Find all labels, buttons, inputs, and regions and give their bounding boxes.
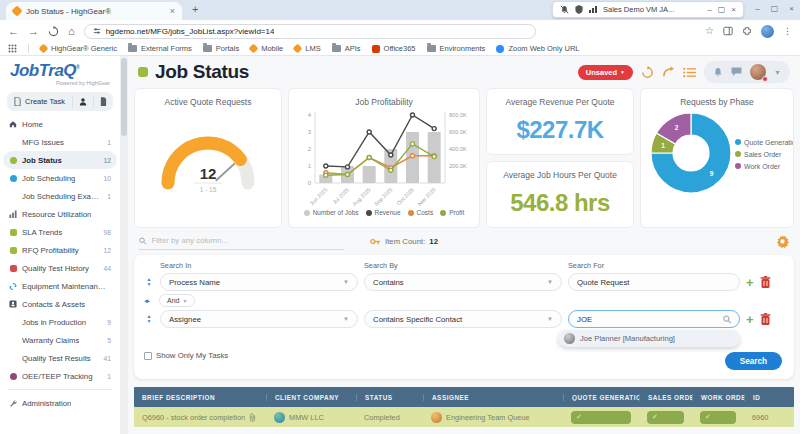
bookmark-star-icon[interactable]: ☆ — [705, 26, 714, 36]
reorder-arrows-icon[interactable]: ▲▼ — [144, 314, 154, 324]
column-header-sales-order[interactable]: SALES ORDER — [639, 394, 692, 401]
column-header-status[interactable]: STATUS — [356, 394, 423, 401]
chat-icon[interactable] — [731, 67, 742, 77]
sidebar-item-home[interactable]: Home — [0, 115, 120, 133]
sidebar-item-job-scheduling[interactable]: Job Scheduling10 — [0, 169, 120, 187]
view-options-icon[interactable] — [683, 67, 696, 78]
tune-icon[interactable] — [93, 27, 101, 35]
unsaved-badge[interactable]: Unsaved▼ — [578, 65, 633, 80]
column-header-assignee[interactable]: ASSIGNEE — [423, 394, 563, 401]
overlay-minimize-icon[interactable]: – — [707, 5, 711, 14]
search-by-select-1[interactable]: Contains▼ — [364, 273, 562, 291]
column-header-id[interactable]: ID — [744, 394, 794, 401]
sidebar-item-job-scheduling-example[interactable]: Job Scheduling Example1 — [0, 187, 120, 205]
bookmark-mobile[interactable]: Mobile — [250, 44, 283, 53]
bookmark-highgear-generic[interactable]: HighGear® Generic — [40, 44, 117, 53]
scrollbar-thumb[interactable] — [121, 58, 127, 136]
close-icon[interactable]: × — [789, 4, 794, 13]
checkbox-icon[interactable] — [144, 352, 152, 360]
apps-grid-icon[interactable] — [8, 44, 17, 53]
sidebar-item-contacts-assets[interactable]: Contacts & Assets — [0, 295, 120, 313]
browser-tab[interactable]: Job Status - HighGear® × — [6, 2, 182, 20]
new-tab-button[interactable]: + — [192, 3, 198, 15]
bookmark-external-forms[interactable]: External Forms — [128, 44, 192, 53]
bookmark-environments[interactable]: Environments — [427, 44, 486, 53]
contact-suggestion-item[interactable]: Joe Planner [Manufacturing] — [558, 330, 740, 347]
search-button[interactable]: Search — [725, 352, 782, 370]
reorder-arrows-icon[interactable]: ▲▼ — [144, 277, 154, 287]
column-header-client-company[interactable]: CLIENT COMPANY — [266, 394, 356, 401]
overlay-close-icon[interactable]: × — [731, 5, 736, 14]
swap-horizontal-icon[interactable]: ◂▸ — [144, 297, 154, 305]
create-document-button[interactable] — [93, 96, 113, 108]
vm-overlay-window[interactable]: Sales Demo VM JA... – ▢ × — [552, 1, 744, 18]
sidebar-item-count: 12 — [103, 247, 111, 254]
browser-menu-icon[interactable]: ⋮ — [783, 27, 792, 36]
reload-icon[interactable] — [48, 26, 59, 37]
legend-item-profit: Profit — [440, 209, 464, 216]
sidebar-item-jobs-in-production[interactable]: Jobs in Production9 — [0, 313, 120, 331]
minimize-icon[interactable]: – — [755, 4, 759, 13]
forward-icon[interactable]: → — [28, 26, 39, 37]
sidebar-item-quality-test-results[interactable]: Quality Test Results41 — [0, 349, 120, 367]
tab-close-icon[interactable]: × — [170, 6, 175, 16]
sidebar-item-oee-teep-tracking[interactable]: OEE/TEEP Tracking1 — [0, 367, 120, 385]
column-header-quote-generation[interactable]: QUOTE GENERATION — [563, 394, 639, 401]
user-avatar[interactable] — [750, 64, 766, 80]
add-criteria-icon[interactable]: + — [746, 276, 754, 289]
sidebar-scrollbar[interactable] — [120, 56, 128, 434]
search-for-input-1[interactable]: Quote Request — [568, 273, 740, 291]
home-icon[interactable]: ⌂ — [68, 26, 75, 37]
chevron-down-icon: ▼ — [182, 298, 187, 304]
sidebar-item-sla-trends[interactable]: SLA Trends98 — [0, 223, 120, 241]
sidebar-item-resource-utilization[interactable]: Resource Utilization — [0, 205, 120, 223]
sidebar-item-administration[interactable]: Administration — [0, 394, 120, 412]
restore-icon[interactable]: ▢ — [771, 4, 779, 13]
bookmark-lms[interactable]: LMS — [294, 44, 320, 53]
delete-criteria-icon[interactable] — [760, 313, 771, 325]
bookmark-apis[interactable]: APIs — [332, 44, 361, 53]
chevron-down-icon[interactable]: ▼ — [774, 69, 781, 76]
cell-client: MMW LLC — [266, 412, 356, 423]
signal-icon — [589, 6, 597, 13]
sidebar-item-quality-test-history[interactable]: Quality Test History44 — [0, 259, 120, 277]
notifications-icon[interactable] — [713, 67, 723, 78]
undo-icon[interactable] — [662, 66, 675, 78]
sidebar-item-count: 9 — [107, 319, 111, 326]
bookmark-office365[interactable]: Office365 — [372, 44, 416, 53]
operator-row: ◂▸ And▼ — [144, 294, 784, 307]
side-panel-icon[interactable] — [723, 26, 733, 36]
sidebar-item-job-status[interactable]: Job Status12 — [3, 151, 117, 169]
sidebar-item-mfg-issues[interactable]: MFG Issues1 — [0, 133, 120, 151]
bookmark-portals[interactable]: Portals — [203, 44, 239, 53]
delete-criteria-icon[interactable] — [760, 276, 771, 288]
create-task-button[interactable]: Create Task — [7, 97, 72, 106]
browser-profile-avatar[interactable] — [761, 25, 774, 38]
filter-input[interactable] — [152, 236, 344, 245]
extensions-icon[interactable] — [742, 26, 752, 36]
svg-text:12: 12 — [200, 165, 217, 182]
add-criteria-icon[interactable]: + — [746, 313, 754, 326]
search-by-select-2[interactable]: Contains Specific Contact▼ — [364, 310, 562, 328]
search-in-select-1[interactable]: Process Name▼ — [160, 273, 358, 291]
sidebar-item-equipment-maintenance-t[interactable]: Equipment Maintenance T... — [0, 277, 120, 295]
sidebar-item-warranty-claims[interactable]: Warranty Claims5 — [0, 331, 120, 349]
show-only-my-tasks[interactable]: Show Only My Tasks — [144, 351, 228, 360]
operator-select[interactable]: And▼ — [159, 294, 195, 307]
create-contact-button[interactable] — [72, 96, 93, 108]
bookmark-zoom-web-only-url[interactable]: Zoom Web Only URL — [496, 44, 579, 53]
gear-icon[interactable] — [776, 235, 789, 248]
back-icon[interactable]: ← — [8, 26, 19, 37]
contact-search-input[interactable] — [577, 315, 723, 324]
sidebar-item-rfq-profitability[interactable]: RFQ Profitability12 — [0, 241, 120, 259]
overlay-restore-icon[interactable]: ▢ — [718, 5, 726, 14]
table-row[interactable]: Q6960 - stock order completion MMW LLC C… — [134, 407, 794, 427]
key-icon — [370, 237, 381, 246]
column-header-work-order[interactable]: WORK ORDER — [692, 394, 744, 401]
address-bar[interactable]: hgdemo.net/MFG/jobs_JobList.aspx?viewId=… — [84, 24, 536, 39]
column-header-brief-description[interactable]: BRIEF DESCRIPTION — [134, 394, 266, 401]
refresh-icon[interactable] — [641, 66, 654, 79]
cell-quote-generation: ✓ — [563, 411, 639, 424]
app-logo[interactable]: JobTraQ® Powered by HighGear — [0, 56, 120, 86]
search-in-select-2[interactable]: Assignee▼ — [160, 310, 358, 328]
